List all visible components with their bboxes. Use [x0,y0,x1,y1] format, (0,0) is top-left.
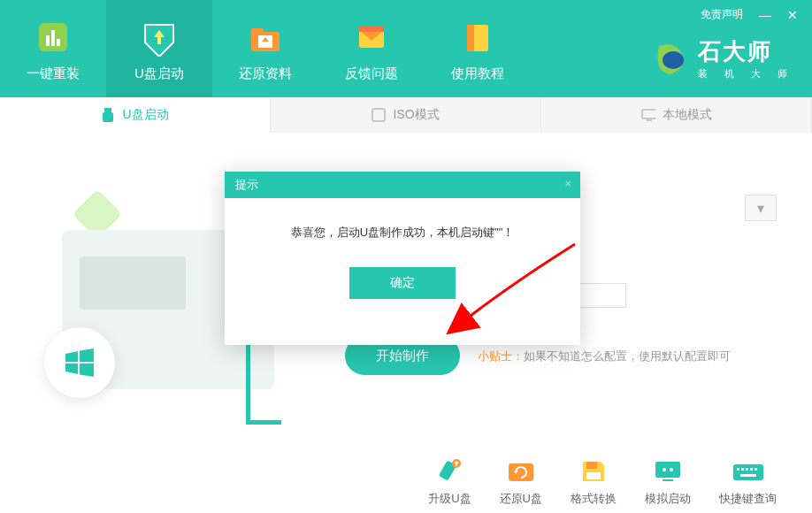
brand-subtitle: 装 机 大 师 [698,67,794,80]
brand: 石大师 装 机 大 师 [650,36,812,80]
footer: 升级U盘 还原U盘 格式转换 模拟启动 快捷键查询 [0,451,812,513]
usb-icon [101,108,115,122]
footer-hotkey-query[interactable]: 快捷键查询 [719,457,777,507]
svg-point-24 [663,468,666,471]
usb-upgrade-icon [433,457,466,486]
tab-local-mode[interactable]: 本地模式 [541,97,812,133]
svg-rect-27 [737,468,739,471]
restore-icon [504,457,538,486]
minimize-button[interactable]: — [759,8,771,22]
upload-folder-icon [244,16,287,58]
brand-text: 石大师 装 机 大 师 [698,36,794,80]
svg-rect-2 [51,30,55,46]
nav: 一键重装 U盘启动 还原资料 反馈问题 使用教程 [0,0,531,97]
start-button-label: 开始制作 [376,348,429,364]
nav-usb-boot[interactable]: U盘启动 [106,0,212,97]
svg-rect-5 [251,28,264,34]
monitor-icon [641,108,655,122]
svg-rect-15 [642,110,655,119]
nav-feedback[interactable]: 反馈问题 [318,0,425,97]
window-controls: 免责声明 — ✕ [686,0,812,29]
modal-ok-button[interactable]: 确定 [349,267,456,299]
brand-logo-icon [650,39,689,78]
nav-label: U盘启动 [134,65,184,82]
nav-label: 使用教程 [451,65,504,82]
save-icon [577,457,610,486]
modal-body: 恭喜您，启动U盘制作成功，本机启动键""！ 确定 [225,198,580,325]
svg-rect-23 [663,479,673,481]
dropdown-chevron-icon[interactable]: ▾ [745,195,777,221]
svg-rect-14 [372,109,385,121]
svg-point-11 [663,51,684,69]
modal-message: 恭喜您，启动U盘制作成功，本机启动键""！ [242,225,563,241]
tab-label: U盘启动 [122,107,168,123]
svg-point-25 [670,468,673,471]
footer-label: 快捷键查询 [719,491,777,507]
svg-rect-32 [740,474,756,477]
tab-label: 本地模式 [663,107,712,123]
tip-label: 小贴士： [478,349,524,363]
svg-rect-31 [755,468,757,471]
modal-header: 提示 × [225,172,580,198]
nav-label: 一键重装 [27,65,80,82]
modal-dialog: 提示 × 恭喜您，启动U盘制作成功，本机启动键""！ 确定 [225,172,580,345]
iso-icon [372,108,386,122]
svg-rect-26 [733,464,763,480]
svg-rect-28 [741,468,744,471]
keyboard-icon [732,457,765,486]
tip-text: 如果不知道怎么配置，使用默认配置即可 [524,349,731,363]
footer-simulate-boot[interactable]: 模拟启动 [645,457,691,507]
svg-rect-12 [104,108,111,112]
modal-title: 提示 [235,177,258,193]
nav-tutorial[interactable]: 使用教程 [425,0,531,97]
svg-rect-3 [57,39,60,46]
tabs: U盘启动 ISO模式 本地模式 [0,97,812,133]
tab-usb-boot[interactable]: U盘启动 [0,97,271,133]
footer-label: 升级U盘 [428,491,471,507]
tab-iso-mode[interactable]: ISO模式 [271,97,541,133]
mail-icon [350,16,393,58]
svg-rect-8 [359,27,384,32]
svg-rect-13 [103,112,113,122]
nav-reinstall[interactable]: 一键重装 [0,0,106,97]
modal-close-button[interactable]: × [564,177,571,190]
svg-rect-30 [750,468,753,471]
close-button[interactable]: ✕ [787,8,798,22]
modal-ok-label: 确定 [390,275,415,291]
bar-chart-icon [32,16,74,58]
footer-restore-usb[interactable]: 还原U盘 [500,457,542,507]
footer-label: 模拟启动 [645,491,691,507]
svg-rect-20 [586,462,597,469]
simulate-icon [651,457,685,486]
svg-rect-1 [46,35,50,46]
brand-title: 石大师 [698,36,794,67]
disclaimer-link[interactable]: 免责声明 [701,7,743,22]
shield-usb-icon [138,16,180,58]
footer-upgrade-usb[interactable]: 升级U盘 [428,457,471,507]
nav-label: 还原资料 [239,65,292,82]
svg-rect-21 [586,472,601,479]
svg-rect-29 [746,468,748,471]
footer-label: 格式转换 [571,491,617,507]
svg-rect-10 [467,25,474,51]
windows-badge [44,327,115,398]
tab-label: ISO模式 [393,107,439,123]
nav-restore[interactable]: 还原资料 [212,0,318,97]
tip: 小贴士：如果不知道怎么配置，使用默认配置即可 [478,348,731,364]
svg-rect-22 [655,462,680,478]
header: 一键重装 U盘启动 还原资料 反馈问题 使用教程 [0,0,812,97]
book-icon [456,16,499,58]
input-field[interactable] [573,283,626,308]
footer-label: 还原U盘 [500,491,542,507]
header-right: 免责声明 — ✕ 石大师 装 机 大 师 [650,0,812,80]
footer-format-convert[interactable]: 格式转换 [571,457,617,507]
nav-label: 反馈问题 [345,65,398,82]
